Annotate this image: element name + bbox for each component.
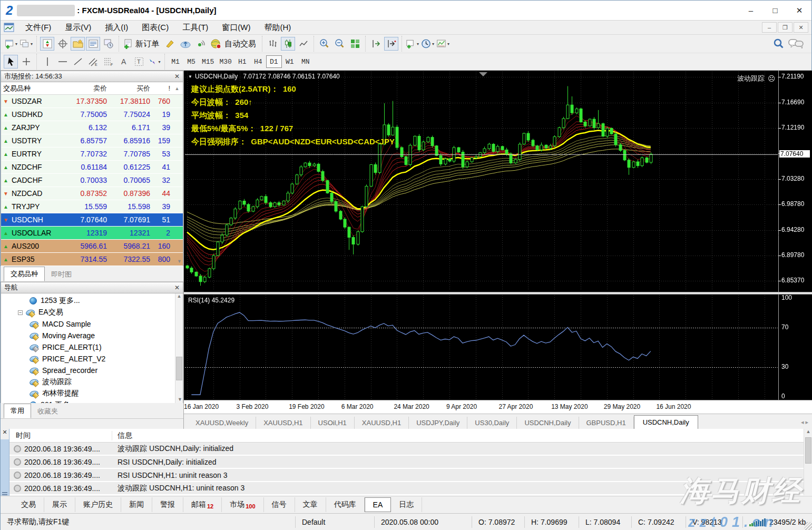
- crosshair-tool-button[interactable]: [19, 55, 33, 68]
- navigator-tab-常用[interactable]: 常用: [4, 404, 31, 418]
- data-window-button[interactable]: [55, 37, 70, 51]
- market-row-aus200[interactable]: ▲AUS2005966.615968.21160: [1, 240, 183, 253]
- terminal-tab-市场[interactable]: 市场100: [222, 497, 263, 513]
- navigator-item[interactable]: Moving Average: [1, 330, 183, 341]
- main-chart-canvas[interactable]: [184, 71, 812, 414]
- resize-grip[interactable]: [804, 522, 812, 530]
- chart-area[interactable]: ▼ USDCNH,Daily 7.07172 7.08746 7.06151 7…: [184, 71, 812, 429]
- signals-button[interactable]: [193, 37, 208, 51]
- navigator-item[interactable]: 波动跟踪: [1, 376, 183, 388]
- auto-scroll-button[interactable]: [369, 37, 383, 51]
- market-row-esp35[interactable]: ▲ESP357314.557322.55800: [1, 253, 183, 266]
- line-chart-mode-button[interactable]: [296, 37, 310, 51]
- chart-tab-XAUUSD-H1[interactable]: XAUUSD,H1: [355, 417, 409, 429]
- close-button[interactable]: ✕: [787, 3, 811, 18]
- col-symbol[interactable]: 交易品种: [1, 84, 67, 93]
- chart-tab-USOil-H1[interactable]: USOil,H1: [311, 417, 355, 429]
- market-row-usdzar[interactable]: ▼USDZAR17.3735017.38110760: [1, 95, 183, 108]
- chat-button[interactable]: [787, 37, 806, 51]
- menu-item-tools[interactable]: 工具(T): [175, 21, 215, 33]
- log-row[interactable]: 2020.06.18 19:36:49....波动跟踪 USDCNH,H1: u…: [9, 482, 804, 495]
- pane-splitter[interactable]: [184, 292, 812, 295]
- market-row-nzdcad[interactable]: ▼NZDCAD0.873520.8739644: [1, 187, 183, 200]
- market-row-usdollar[interactable]: ▲USDOLLAR12319123212: [1, 227, 183, 240]
- terminal-tab-账户历史[interactable]: 账户历史: [75, 497, 121, 512]
- bar-chart-mode-button[interactable]: [266, 37, 280, 51]
- terminal-tab-展示[interactable]: 展示: [44, 497, 75, 512]
- terminal-toggle-button[interactable]: [86, 37, 100, 51]
- periods-button[interactable]: ▾: [420, 37, 435, 51]
- autotrade-button[interactable]: [209, 37, 223, 51]
- new-chart-button[interactable]: ▾: [4, 37, 18, 51]
- terminal-tab-EA[interactable]: EA: [365, 497, 392, 512]
- menu-item-window[interactable]: 窗口(W): [215, 21, 257, 33]
- menu-item-file[interactable]: 文件(F): [18, 21, 58, 33]
- tree-collapse-icon[interactable]: −: [18, 310, 23, 315]
- child-close-button[interactable]: ✕: [794, 22, 808, 33]
- cursor-tool-button[interactable]: [4, 55, 18, 68]
- templates-button[interactable]: ▾: [405, 37, 419, 51]
- navigator-tab-收藏夹[interactable]: 收藏夹: [31, 405, 64, 418]
- market-watch-tab-即时图[interactable]: 即时图: [45, 268, 78, 281]
- chart-tab-scroll-arrows[interactable]: ◂ ▸: [801, 419, 808, 429]
- fibonacci-tool-button[interactable]: F: [101, 55, 115, 68]
- autotrade-label[interactable]: 自动交易: [224, 39, 256, 49]
- new-order-button[interactable]: [122, 37, 134, 51]
- market-watch-toggle-button[interactable]: [40, 37, 54, 51]
- timeframe-m15-button[interactable]: M15: [199, 55, 217, 68]
- navigator-item[interactable]: −EA交易: [1, 307, 183, 318]
- vertical-line-tool-button[interactable]: [40, 55, 54, 68]
- maximize-button[interactable]: □: [763, 3, 787, 18]
- terminal-tab-邮箱[interactable]: 邮箱12: [183, 497, 222, 513]
- indicators-button[interactable]: ▾: [436, 37, 450, 51]
- timeframe-mn-button[interactable]: MN: [298, 55, 314, 68]
- col-time[interactable]: 时间: [9, 431, 112, 440]
- menu-item-help[interactable]: 帮助(H): [257, 21, 298, 33]
- market-watch-scroll-up[interactable]: ▲: [173, 86, 181, 91]
- chart-dropdown-icon[interactable]: ▼: [188, 74, 192, 79]
- terminal-tab-日志[interactable]: 日志: [391, 497, 422, 512]
- chart-tab-USDCNH-Daily[interactable]: USDCNH,Daily: [517, 417, 579, 429]
- status-profile[interactable]: Default: [296, 516, 375, 528]
- profiles-button[interactable]: ▾: [19, 37, 33, 51]
- channel-tool-button[interactable]: E: [86, 55, 100, 68]
- market-row-tryjpy[interactable]: ▲TRYJPY15.55915.59839: [1, 200, 183, 213]
- chart-tab-US30-Daily[interactable]: US30,Daily: [467, 417, 517, 429]
- chart-tab-USDCNH-Daily[interactable]: USDCNH,Daily: [634, 415, 698, 429]
- publish-button[interactable]: [178, 37, 192, 51]
- navigator-item[interactable]: PRICE_ALERT_V2: [1, 353, 183, 365]
- navigator-item[interactable]: Spread_recorder: [1, 365, 183, 376]
- log-row[interactable]: 2020.06.18 19:36:49....波动跟踪 USDCNH,Daily…: [9, 443, 804, 456]
- terminal-tab-交易[interactable]: 交易: [13, 497, 44, 512]
- timeframe-h1-button[interactable]: H1: [234, 55, 250, 68]
- market-watch-tab-交易品种[interactable]: 交易品种: [4, 267, 45, 281]
- navigator-item[interactable]: PRICE_ALERT(1): [1, 341, 183, 353]
- timeframe-m30-button[interactable]: M30: [217, 55, 234, 68]
- timeframe-m5-button[interactable]: M5: [183, 55, 199, 68]
- sad-face-icon[interactable]: ☹: [768, 74, 776, 83]
- terminal-tab-警报[interactable]: 警报: [152, 497, 183, 512]
- menu-item-insert[interactable]: 插入(I): [98, 21, 135, 33]
- menu-item-view[interactable]: 显示(V): [58, 21, 98, 33]
- search-button[interactable]: [771, 37, 786, 51]
- terminal-scrollbar[interactable]: ▲: [804, 429, 812, 495]
- chart-tab-XAUUSD-H1[interactable]: XAUUSD,H1: [256, 417, 310, 429]
- market-row-nzdchf[interactable]: ▲NZDCHF0.611840.6122541: [1, 161, 183, 174]
- log-row[interactable]: 2020.06.18 19:36:49....RSI USDCNH,Daily:…: [9, 456, 804, 469]
- tile-windows-button[interactable]: [348, 37, 362, 51]
- timeframe-w1-button[interactable]: W1: [282, 55, 298, 68]
- child-minimize-button[interactable]: –: [762, 22, 777, 33]
- text-tool-button[interactable]: A: [116, 55, 131, 68]
- horizontal-line-tool-button[interactable]: [55, 55, 70, 68]
- strategy-tester-button[interactable]: [101, 37, 115, 51]
- zoom-out-button[interactable]: [332, 37, 347, 51]
- market-row-cadchf[interactable]: ▲CADCHF0.700330.7006532: [1, 174, 183, 187]
- col-sell[interactable]: 卖价: [67, 84, 110, 93]
- chart-tab-GBPUSD-H1[interactable]: GBPUSD,H1: [579, 417, 634, 429]
- navigator-scrollbar[interactable]: ▲ ▼: [175, 293, 183, 403]
- navigator-item[interactable]: MACD Sample: [1, 318, 183, 330]
- col-spread[interactable]: !: [153, 84, 173, 92]
- market-row-eurtry[interactable]: ▲EURTRY7.707327.7078553: [1, 148, 183, 161]
- terminal-tab-信号[interactable]: 信号: [264, 497, 295, 512]
- terminal-tab-文章[interactable]: 文章: [295, 497, 326, 512]
